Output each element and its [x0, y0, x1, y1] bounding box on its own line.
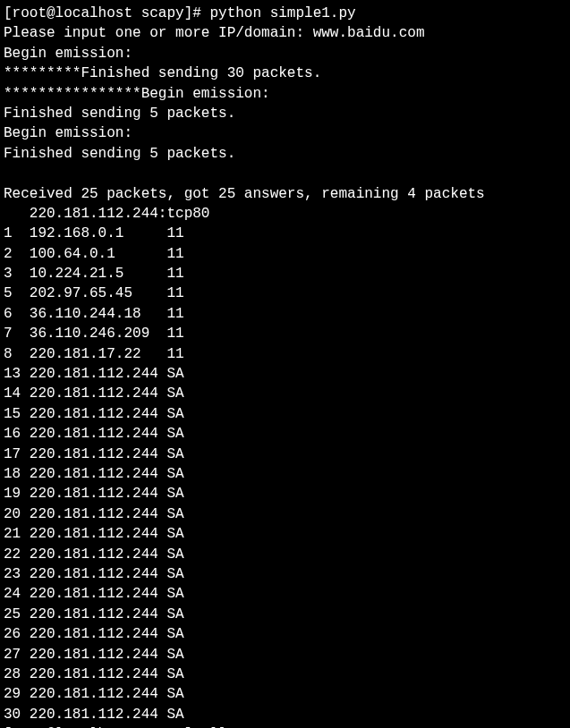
terminal-line-command: [root@localhost scapy]# ll	[4, 724, 566, 728]
emission-line: *********Finished sending 30 packets.	[4, 63, 566, 83]
result-rows: 1 192.168.0.1 112 100.64.0.1 113 10.224.…	[4, 224, 566, 724]
result-row: 19 220.181.112.244 SA	[4, 484, 566, 504]
emission-line: Finished sending 5 packets.	[4, 144, 566, 164]
terminal-line-input: Please input one or more IP/domain: www.…	[4, 23, 566, 43]
result-row: 15 220.181.112.244 SA	[4, 404, 566, 424]
emission-line: ****************Begin emission:	[4, 84, 566, 104]
result-row: 28 220.181.112.244 SA	[4, 665, 566, 684]
summary-line: Received 25 packets, got 25 answers, rem…	[4, 184, 566, 204]
result-row: 27 220.181.112.244 SA	[4, 645, 566, 665]
result-row: 24 220.181.112.244 SA	[4, 584, 566, 604]
result-header: 220.181.112.244:tcp80	[4, 204, 566, 224]
blank-line	[4, 164, 566, 183]
emission-line: Finished sending 5 packets.	[4, 104, 566, 123]
emission-line: Begin emission:	[4, 123, 566, 143]
result-row: 6 36.110.244.18 11	[4, 304, 566, 324]
result-row: 22 220.181.112.244 SA	[4, 545, 566, 564]
result-row: 23 220.181.112.244 SA	[4, 564, 566, 584]
result-row: 7 36.110.246.209 11	[4, 324, 566, 343]
result-row: 20 220.181.112.244 SA	[4, 504, 566, 524]
result-row: 1 192.168.0.1 11	[4, 224, 566, 243]
result-row: 2 100.64.0.1 11	[4, 244, 566, 264]
result-row: 21 220.181.112.244 SA	[4, 524, 566, 544]
result-row: 18 220.181.112.244 SA	[4, 464, 566, 484]
emission-output: Begin emission:*********Finished sending…	[4, 44, 566, 164]
result-row: 26 220.181.112.244 SA	[4, 624, 566, 644]
input-value: www.baidu.com	[313, 25, 425, 41]
result-row: 3 10.224.21.5 11	[4, 264, 566, 284]
input-prompt: Please input one or more IP/domain:	[4, 25, 313, 41]
result-row: 25 220.181.112.244 SA	[4, 605, 566, 624]
result-row: 8 220.181.17.22 11	[4, 344, 566, 364]
shell-prompt: [root@localhost scapy]#	[4, 5, 209, 21]
result-row: 30 220.181.112.244 SA	[4, 705, 566, 724]
terminal-line-command: [root@localhost scapy]# python simple1.p…	[4, 4, 566, 23]
result-row: 16 220.181.112.244 SA	[4, 424, 566, 444]
command-text: python simple1.py	[209, 5, 355, 21]
result-row: 29 220.181.112.244 SA	[4, 684, 566, 704]
result-row: 14 220.181.112.244 SA	[4, 384, 566, 403]
result-row: 5 202.97.65.45 11	[4, 284, 566, 303]
result-row: 17 220.181.112.244 SA	[4, 444, 566, 464]
emission-line: Begin emission:	[4, 44, 566, 63]
result-row: 13 220.181.112.244 SA	[4, 364, 566, 384]
